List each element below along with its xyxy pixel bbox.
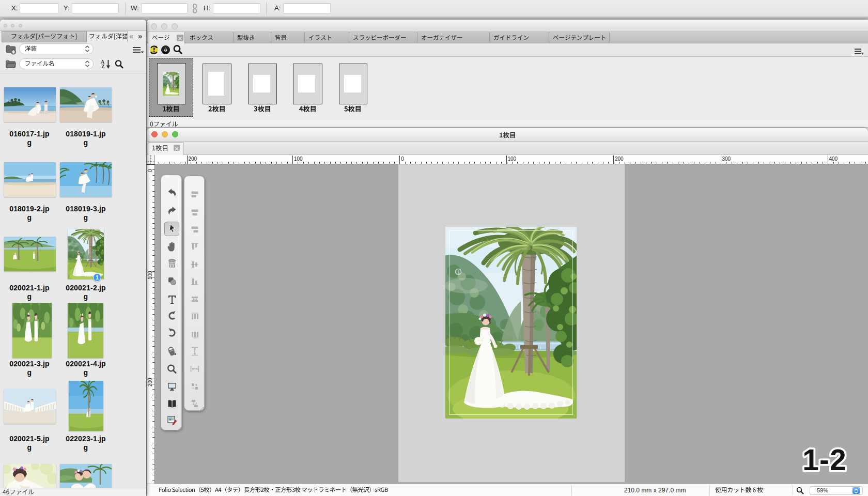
svg-text:1-2: 1-2: [802, 443, 846, 476]
